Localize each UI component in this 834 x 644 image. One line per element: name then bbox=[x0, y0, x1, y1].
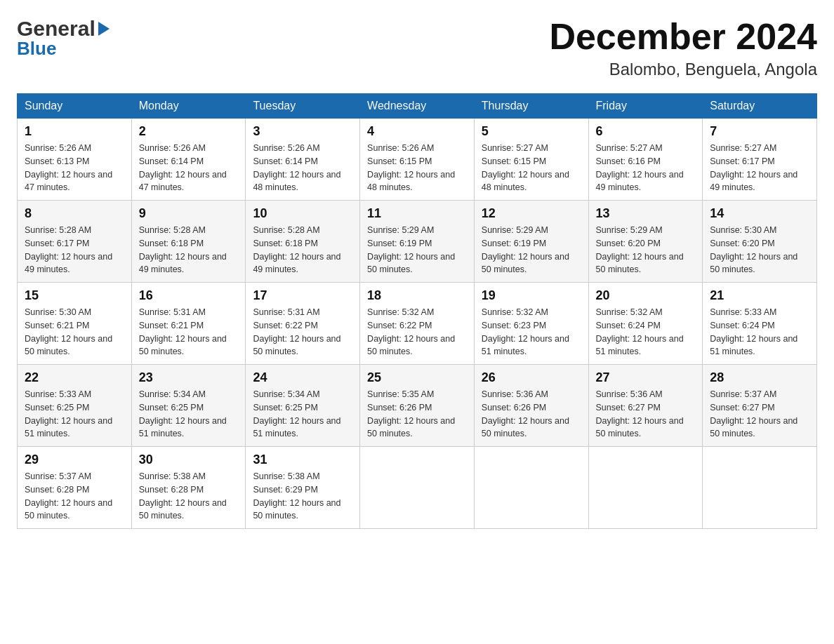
day-info: Sunrise: 5:27 AMSunset: 6:16 PMDaylight:… bbox=[596, 142, 696, 194]
day-number: 23 bbox=[139, 370, 239, 385]
day-number: 13 bbox=[596, 206, 696, 221]
day-info: Sunrise: 5:27 AMSunset: 6:17 PMDaylight:… bbox=[710, 142, 809, 194]
day-info: Sunrise: 5:32 AMSunset: 6:24 PMDaylight:… bbox=[596, 306, 696, 358]
day-number: 11 bbox=[367, 206, 467, 221]
day-info: Sunrise: 5:38 AMSunset: 6:28 PMDaylight:… bbox=[139, 470, 239, 523]
day-number: 12 bbox=[482, 206, 581, 221]
calendar-cell: 16Sunrise: 5:31 AMSunset: 6:21 PMDayligh… bbox=[131, 283, 246, 365]
day-info: Sunrise: 5:38 AMSunset: 6:29 PMDaylight:… bbox=[253, 470, 352, 523]
header-tuesday: Tuesday bbox=[246, 94, 360, 119]
day-number: 21 bbox=[710, 288, 809, 303]
day-number: 10 bbox=[253, 206, 352, 221]
calendar-cell bbox=[474, 447, 588, 529]
calendar-cell: 31Sunrise: 5:38 AMSunset: 6:29 PMDayligh… bbox=[246, 447, 360, 529]
calendar-week-2: 8Sunrise: 5:28 AMSunset: 6:17 PMDaylight… bbox=[18, 201, 817, 283]
day-info: Sunrise: 5:30 AMSunset: 6:20 PMDaylight:… bbox=[710, 224, 809, 276]
day-info: Sunrise: 5:27 AMSunset: 6:15 PMDaylight:… bbox=[482, 142, 581, 194]
location-title: Balombo, Benguela, Angola bbox=[549, 60, 817, 79]
logo-general-text: General bbox=[17, 17, 95, 41]
day-number: 16 bbox=[139, 288, 239, 303]
header-saturday: Saturday bbox=[703, 94, 817, 119]
day-number: 29 bbox=[25, 452, 124, 467]
day-info: Sunrise: 5:32 AMSunset: 6:22 PMDaylight:… bbox=[367, 306, 467, 358]
header-thursday: Thursday bbox=[474, 94, 588, 119]
day-number: 14 bbox=[710, 206, 809, 221]
logo-blue-text: Blue bbox=[17, 38, 56, 60]
calendar-cell: 26Sunrise: 5:36 AMSunset: 6:26 PMDayligh… bbox=[474, 365, 588, 447]
day-info: Sunrise: 5:31 AMSunset: 6:21 PMDaylight:… bbox=[139, 306, 239, 358]
day-info: Sunrise: 5:26 AMSunset: 6:15 PMDaylight:… bbox=[367, 142, 467, 194]
day-info: Sunrise: 5:28 AMSunset: 6:18 PMDaylight:… bbox=[139, 224, 239, 276]
header-sunday: Sunday bbox=[18, 94, 132, 119]
calendar-week-5: 29Sunrise: 5:37 AMSunset: 6:28 PMDayligh… bbox=[18, 447, 817, 529]
calendar-cell: 5Sunrise: 5:27 AMSunset: 6:15 PMDaylight… bbox=[474, 119, 588, 201]
day-info: Sunrise: 5:34 AMSunset: 6:25 PMDaylight:… bbox=[253, 388, 352, 441]
calendar-cell: 3Sunrise: 5:26 AMSunset: 6:14 PMDaylight… bbox=[246, 119, 360, 201]
day-number: 26 bbox=[482, 370, 581, 385]
day-number: 24 bbox=[253, 370, 352, 385]
day-info: Sunrise: 5:30 AMSunset: 6:21 PMDaylight:… bbox=[25, 306, 124, 358]
logo: General Blue bbox=[17, 17, 110, 60]
day-number: 28 bbox=[710, 370, 809, 385]
day-number: 7 bbox=[710, 124, 809, 139]
day-number: 2 bbox=[139, 124, 239, 139]
calendar-cell: 15Sunrise: 5:30 AMSunset: 6:21 PMDayligh… bbox=[18, 283, 132, 365]
calendar-header-row: SundayMondayTuesdayWednesdayThursdayFrid… bbox=[18, 94, 817, 119]
day-info: Sunrise: 5:26 AMSunset: 6:14 PMDaylight:… bbox=[139, 142, 239, 194]
logo-arrow-icon bbox=[98, 22, 110, 36]
calendar-cell: 8Sunrise: 5:28 AMSunset: 6:17 PMDaylight… bbox=[18, 201, 132, 283]
calendar-cell: 29Sunrise: 5:37 AMSunset: 6:28 PMDayligh… bbox=[18, 447, 132, 529]
day-number: 3 bbox=[253, 124, 352, 139]
day-info: Sunrise: 5:35 AMSunset: 6:26 PMDaylight:… bbox=[367, 388, 467, 441]
day-number: 31 bbox=[253, 452, 352, 467]
day-info: Sunrise: 5:36 AMSunset: 6:26 PMDaylight:… bbox=[482, 388, 581, 441]
day-info: Sunrise: 5:26 AMSunset: 6:14 PMDaylight:… bbox=[253, 142, 352, 194]
calendar-cell: 7Sunrise: 5:27 AMSunset: 6:17 PMDaylight… bbox=[703, 119, 817, 201]
calendar-week-3: 15Sunrise: 5:30 AMSunset: 6:21 PMDayligh… bbox=[18, 283, 817, 365]
calendar-cell: 11Sunrise: 5:29 AMSunset: 6:19 PMDayligh… bbox=[360, 201, 475, 283]
calendar-cell bbox=[703, 447, 817, 529]
day-number: 15 bbox=[25, 288, 124, 303]
calendar-cell: 9Sunrise: 5:28 AMSunset: 6:18 PMDaylight… bbox=[131, 201, 246, 283]
calendar-cell bbox=[360, 447, 475, 529]
day-info: Sunrise: 5:29 AMSunset: 6:19 PMDaylight:… bbox=[482, 224, 581, 276]
day-info: Sunrise: 5:34 AMSunset: 6:25 PMDaylight:… bbox=[139, 388, 239, 441]
day-number: 8 bbox=[25, 206, 124, 221]
calendar-week-1: 1Sunrise: 5:26 AMSunset: 6:13 PMDaylight… bbox=[18, 119, 817, 201]
calendar-cell: 13Sunrise: 5:29 AMSunset: 6:20 PMDayligh… bbox=[588, 201, 703, 283]
calendar-cell: 27Sunrise: 5:36 AMSunset: 6:27 PMDayligh… bbox=[588, 365, 703, 447]
calendar-table: SundayMondayTuesdayWednesdayThursdayFrid… bbox=[17, 93, 817, 529]
calendar-cell: 23Sunrise: 5:34 AMSunset: 6:25 PMDayligh… bbox=[131, 365, 246, 447]
calendar-cell: 4Sunrise: 5:26 AMSunset: 6:15 PMDaylight… bbox=[360, 119, 475, 201]
day-info: Sunrise: 5:33 AMSunset: 6:24 PMDaylight:… bbox=[710, 306, 809, 358]
calendar-cell: 10Sunrise: 5:28 AMSunset: 6:18 PMDayligh… bbox=[246, 201, 360, 283]
day-number: 5 bbox=[482, 124, 581, 139]
calendar-cell: 6Sunrise: 5:27 AMSunset: 6:16 PMDaylight… bbox=[588, 119, 703, 201]
header-wednesday: Wednesday bbox=[360, 94, 475, 119]
day-info: Sunrise: 5:32 AMSunset: 6:23 PMDaylight:… bbox=[482, 306, 581, 358]
calendar-cell: 24Sunrise: 5:34 AMSunset: 6:25 PMDayligh… bbox=[246, 365, 360, 447]
day-info: Sunrise: 5:29 AMSunset: 6:20 PMDaylight:… bbox=[596, 224, 696, 276]
calendar-cell: 21Sunrise: 5:33 AMSunset: 6:24 PMDayligh… bbox=[703, 283, 817, 365]
calendar-cell: 19Sunrise: 5:32 AMSunset: 6:23 PMDayligh… bbox=[474, 283, 588, 365]
day-info: Sunrise: 5:37 AMSunset: 6:28 PMDaylight:… bbox=[25, 470, 124, 523]
calendar-cell: 20Sunrise: 5:32 AMSunset: 6:24 PMDayligh… bbox=[588, 283, 703, 365]
day-number: 20 bbox=[596, 288, 696, 303]
title-section: December 2024 Balombo, Benguela, Angola bbox=[549, 17, 817, 79]
day-number: 25 bbox=[367, 370, 467, 385]
day-info: Sunrise: 5:28 AMSunset: 6:17 PMDaylight:… bbox=[25, 224, 124, 276]
calendar-cell: 17Sunrise: 5:31 AMSunset: 6:22 PMDayligh… bbox=[246, 283, 360, 365]
header-monday: Monday bbox=[131, 94, 246, 119]
day-number: 18 bbox=[367, 288, 467, 303]
day-info: Sunrise: 5:29 AMSunset: 6:19 PMDaylight:… bbox=[367, 224, 467, 276]
page-header: General Blue December 2024 Balombo, Beng… bbox=[17, 17, 817, 79]
day-number: 1 bbox=[25, 124, 124, 139]
calendar-cell: 18Sunrise: 5:32 AMSunset: 6:22 PMDayligh… bbox=[360, 283, 475, 365]
calendar-cell bbox=[588, 447, 703, 529]
calendar-cell: 14Sunrise: 5:30 AMSunset: 6:20 PMDayligh… bbox=[703, 201, 817, 283]
day-info: Sunrise: 5:37 AMSunset: 6:27 PMDaylight:… bbox=[710, 388, 809, 441]
day-number: 22 bbox=[25, 370, 124, 385]
day-number: 30 bbox=[139, 452, 239, 467]
calendar-cell: 2Sunrise: 5:26 AMSunset: 6:14 PMDaylight… bbox=[131, 119, 246, 201]
header-friday: Friday bbox=[588, 94, 703, 119]
